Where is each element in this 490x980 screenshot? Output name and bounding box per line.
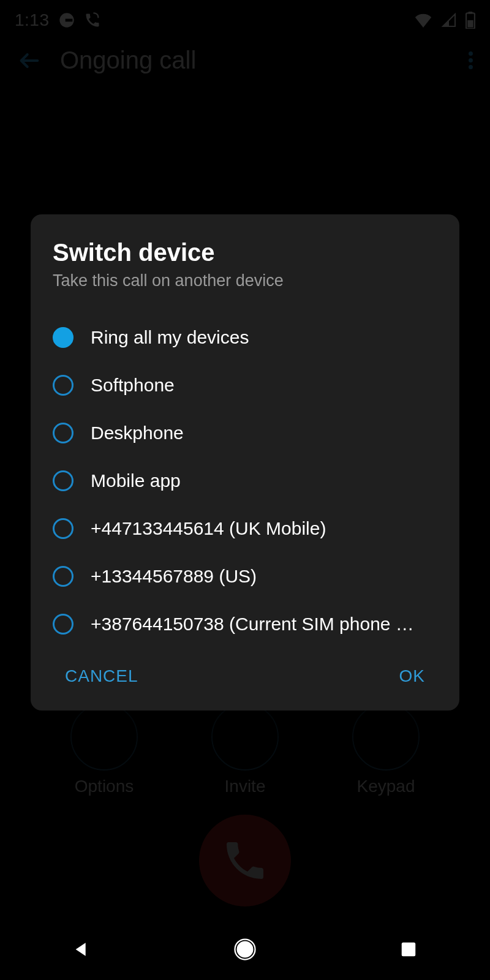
nav-home-icon[interactable] [233,937,257,962]
svg-rect-7 [401,943,415,957]
device-option[interactable]: +387644150738 (Current SIM phone number) [53,600,437,648]
radio-icon [53,518,74,539]
radio-icon [53,566,74,587]
dialog-subtitle: Take this call on another device [53,271,437,290]
cancel-button[interactable]: CANCEL [65,666,138,686]
device-option[interactable]: Softphone [53,361,437,409]
device-option-label: +13344567889 (US) [91,566,257,587]
device-option-label: Ring all my devices [91,327,249,348]
device-option-label: +387644150738 (Current SIM phone number) [91,614,421,635]
ok-button[interactable]: OK [399,666,425,686]
radio-icon [53,327,74,348]
radio-icon [53,614,74,635]
device-option[interactable]: Mobile app [53,457,437,505]
device-option-label: Deskphone [91,423,184,443]
radio-icon [53,423,74,443]
device-option[interactable]: +447133445614 (UK Mobile) [53,505,437,552]
switch-device-dialog: Switch device Take this call on another … [31,214,459,710]
radio-icon [53,470,74,491]
device-option-label: Softphone [91,375,175,396]
dialog-title: Switch device [53,239,437,266]
device-option-label: Mobile app [91,470,181,491]
device-option[interactable]: +13344567889 (US) [53,552,437,600]
svg-point-5 [236,941,253,958]
android-nav-bar [0,919,490,980]
radio-icon [53,375,74,396]
device-option[interactable]: Deskphone [53,409,437,457]
device-radio-list: Ring all my devicesSoftphoneDeskphoneMob… [31,303,459,654]
nav-back-icon[interactable] [69,937,94,962]
nav-recents-icon[interactable] [396,937,421,962]
device-option-label: +447133445614 (UK Mobile) [91,518,326,539]
device-option[interactable]: Ring all my devices [53,314,437,361]
